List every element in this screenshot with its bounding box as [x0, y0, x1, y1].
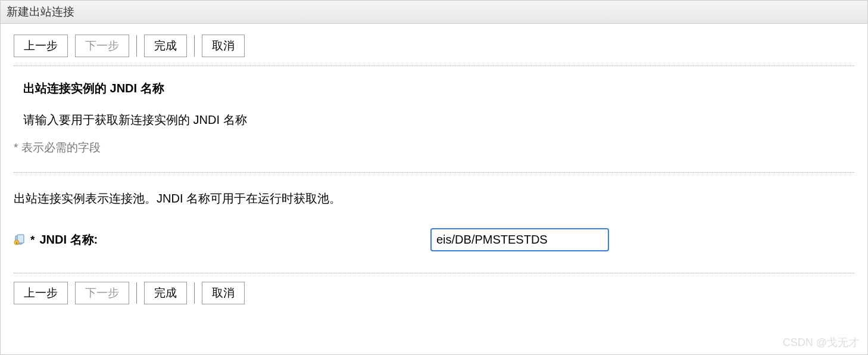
field-label-group: i * JNDI 名称:: [14, 232, 430, 248]
instruction-text: 请输入要用于获取新连接实例的 JNDI 名称: [23, 112, 854, 128]
cancel-button[interactable]: 取消: [202, 35, 245, 57]
jndi-name-input[interactable]: [430, 228, 609, 251]
section-heading: 出站连接实例的 JNDI 名称: [23, 80, 854, 96]
bottom-button-row: 上一步 下一步 完成 取消: [14, 273, 854, 304]
finish-button[interactable]: 完成: [144, 35, 187, 57]
jndi-label: JNDI 名称:: [39, 232, 98, 248]
finish-button[interactable]: 完成: [144, 282, 187, 304]
panel-title: 新建出站连接: [1, 1, 867, 24]
description-text: 出站连接实例表示连接池。JNDI 名称可用于在运行时获取池。: [14, 191, 854, 207]
button-divider: [136, 35, 137, 57]
next-button: 下一步: [75, 282, 129, 304]
button-divider: [194, 282, 195, 304]
jndi-field-row: i * JNDI 名称:: [14, 228, 854, 251]
cancel-button[interactable]: 取消: [202, 282, 245, 304]
separator: [14, 66, 854, 66]
info-icon: i: [14, 234, 26, 246]
panel-content: 上一步 下一步 完成 取消 出站连接实例的 JNDI 名称 请输入要用于获取新连…: [1, 24, 867, 315]
required-asterisk: *: [30, 233, 35, 247]
top-button-row: 上一步 下一步 完成 取消: [14, 35, 854, 57]
required-fields-note: * 表示必需的字段: [14, 140, 854, 155]
back-button[interactable]: 上一步: [14, 282, 68, 304]
button-divider: [194, 35, 195, 57]
back-button[interactable]: 上一步: [14, 35, 68, 57]
separator: [14, 172, 854, 173]
button-divider: [136, 282, 137, 304]
watermark: CSDN @戈无才: [783, 335, 859, 350]
wizard-panel: 新建出站连接 上一步 下一步 完成 取消 出站连接实例的 JNDI 名称 请输入…: [0, 0, 868, 355]
next-button: 下一步: [75, 35, 129, 57]
